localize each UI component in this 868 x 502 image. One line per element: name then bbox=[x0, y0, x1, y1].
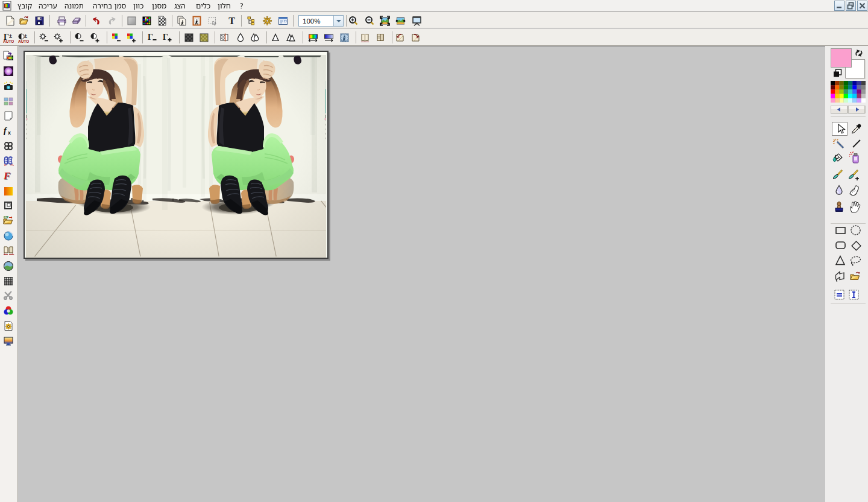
svg-text:±: ± bbox=[24, 33, 27, 39]
svg-text:GIF: GIF bbox=[4, 216, 8, 219]
svg-text:±: ± bbox=[9, 33, 12, 39]
svg-text:x: x bbox=[8, 130, 11, 136]
svg-text:Γ: Γ bbox=[163, 33, 168, 42]
svg-text:AUTO: AUTO bbox=[3, 39, 14, 43]
svg-text:AUTO: AUTO bbox=[18, 39, 29, 43]
svg-text:T: T bbox=[228, 16, 235, 26]
svg-text:Γ: Γ bbox=[148, 33, 153, 42]
svg-text:f: f bbox=[4, 126, 7, 135]
svg-text:F: F bbox=[3, 171, 11, 182]
